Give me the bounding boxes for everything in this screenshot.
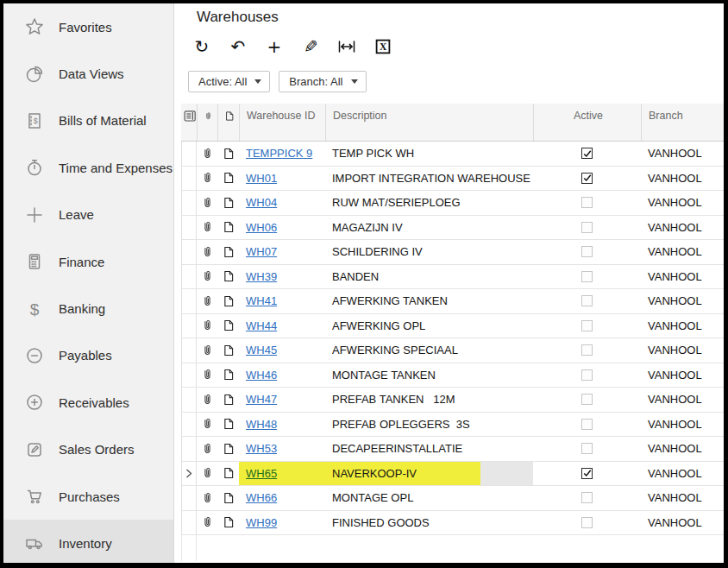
table-row[interactable]: WH53 DECAPEERINSTALLATIE VANHOOL: [181, 437, 724, 462]
attachment-cell[interactable]: [197, 191, 217, 215]
filter-active-dropdown[interactable]: Active: All: [188, 71, 270, 92]
attachment-cell[interactable]: [197, 338, 217, 363]
attachment-cell[interactable]: [197, 216, 217, 240]
warehouse-id-link[interactable]: WH01: [246, 172, 277, 185]
table-row[interactable]: WH39 BANDEN VANHOOL: [181, 265, 724, 290]
column-header-branch[interactable]: Branch: [641, 104, 724, 141]
table-row[interactable]: WH41 AFWERKING TANKEN VANHOOL: [181, 289, 724, 314]
note-cell[interactable]: [217, 216, 239, 240]
table-row[interactable]: WH66 MONTAGE OPL VANHOOL: [181, 486, 724, 511]
table-row[interactable]: WH45 AFWERKING SPECIAAL VANHOOL: [181, 338, 724, 363]
sidebar-item-bills-of-material[interactable]: $ Bills of Material: [3, 98, 173, 144]
active-checkbox[interactable]: [581, 344, 593, 356]
active-checkbox[interactable]: [581, 394, 593, 405]
active-checkbox[interactable]: [581, 419, 593, 430]
sidebar-item-receivables[interactable]: Receivables: [3, 379, 173, 426]
warehouse-id-link[interactable]: WH46: [246, 369, 277, 382]
note-cell[interactable]: [217, 363, 239, 388]
table-row[interactable]: WH01 IMPORT INTEGRATION WAREHOUSE VANHOO…: [181, 167, 724, 192]
warehouse-id-link[interactable]: WH06: [246, 221, 277, 234]
warehouse-id-link[interactable]: TEMPPICK 9: [246, 147, 312, 160]
sidebar-item-payables[interactable]: Payables: [3, 332, 173, 379]
table-row[interactable]: WH99 FINISHED GOODS VANHOOL: [181, 511, 724, 536]
note-cell[interactable]: [217, 289, 239, 313]
active-checkbox[interactable]: [581, 148, 593, 159]
note-cell[interactable]: [217, 511, 239, 535]
table-row[interactable]: WH46 MONTAGE TANKEN VANHOOL: [181, 363, 724, 388]
sidebar-item-data-views[interactable]: Data Views: [3, 50, 173, 97]
table-row[interactable]: WH48 PREFAB OPLEGGERS 3S VANHOOL: [181, 413, 724, 438]
table-row[interactable]: WH44 AFWERKING OPL VANHOOL: [181, 314, 724, 339]
sidebar-item-time-and-expenses[interactable]: Time and Expenses: [3, 144, 173, 191]
warehouse-id-link[interactable]: WH53: [246, 442, 277, 455]
add-button[interactable]: +: [262, 35, 286, 59]
row-selector-cell[interactable]: [181, 437, 197, 461]
attachment-cell[interactable]: [197, 240, 217, 264]
note-cell[interactable]: [217, 167, 239, 191]
paperclip-icon[interactable]: [197, 104, 217, 141]
table-row[interactable]: WH06 MAGAZIJN IV VANHOOL: [181, 216, 724, 241]
sidebar-item-finance[interactable]: Finance: [3, 238, 173, 285]
table-row[interactable]: WH47 PREFAB TANKEN 12M VANHOOL: [181, 388, 724, 413]
grid-settings-icon[interactable]: [181, 104, 197, 141]
note-cell[interactable]: [217, 142, 239, 166]
attachment-cell[interactable]: [197, 167, 217, 191]
table-row[interactable]: WH07 SCHILDERING IV VANHOOL: [181, 240, 724, 265]
row-selector-cell[interactable]: [181, 338, 197, 363]
active-checkbox[interactable]: [581, 197, 593, 208]
table-row[interactable]: TEMPPICK 9 TEMP PICK WH VANHOOL: [181, 142, 724, 167]
attachment-cell[interactable]: [197, 462, 217, 486]
row-selector-cell[interactable]: [181, 191, 197, 215]
warehouse-id-link[interactable]: WH47: [246, 393, 277, 406]
note-cell[interactable]: [217, 388, 239, 412]
note-cell[interactable]: [217, 338, 239, 363]
attachment-cell[interactable]: [197, 437, 217, 461]
active-checkbox[interactable]: [581, 492, 593, 503]
warehouse-id-link[interactable]: WH44: [246, 319, 277, 332]
note-cell[interactable]: [217, 314, 239, 338]
note-cell[interactable]: [217, 462, 239, 486]
row-selector-cell[interactable]: [181, 289, 197, 313]
undo-button[interactable]: ↶: [226, 35, 250, 59]
filter-branch-dropdown[interactable]: Branch: All: [279, 71, 366, 92]
active-checkbox[interactable]: [581, 173, 593, 184]
active-checkbox[interactable]: [581, 271, 593, 282]
row-selector-cell[interactable]: [181, 167, 197, 191]
attachment-cell[interactable]: [197, 363, 217, 388]
row-selector-cell[interactable]: [181, 413, 197, 437]
sidebar-item-sales-orders[interactable]: Sales Orders: [3, 426, 173, 473]
attachment-cell[interactable]: [197, 511, 217, 535]
row-selector-cell[interactable]: [181, 511, 197, 535]
active-checkbox[interactable]: [581, 222, 593, 233]
active-checkbox[interactable]: [581, 295, 593, 306]
active-checkbox[interactable]: [581, 369, 593, 381]
warehouse-id-link[interactable]: WH48: [246, 418, 277, 431]
warehouse-id-link[interactable]: WH07: [246, 245, 277, 258]
attachment-cell[interactable]: [197, 265, 217, 289]
note-cell[interactable]: [217, 413, 239, 437]
warehouse-id-link[interactable]: WH41: [246, 294, 277, 307]
attachment-cell[interactable]: [197, 388, 217, 412]
active-checkbox[interactable]: [581, 468, 593, 479]
warehouse-id-link[interactable]: WH45: [246, 344, 277, 357]
sidebar-item-favorites[interactable]: Favorites: [3, 3, 173, 50]
row-selector-cell[interactable]: [181, 486, 197, 510]
warehouse-id-link[interactable]: WH04: [246, 196, 277, 209]
active-checkbox[interactable]: [581, 320, 593, 331]
note-cell[interactable]: [217, 486, 239, 510]
table-row[interactable]: WH04 RUW MAT/SERIEPLOEG VANHOOL: [181, 191, 724, 216]
edit-pencil-button[interactable]: ✎: [298, 35, 323, 59]
column-header-description[interactable]: Description: [325, 104, 533, 141]
attachment-cell[interactable]: [197, 289, 217, 313]
attachment-cell[interactable]: [197, 486, 217, 510]
note-cell[interactable]: [217, 191, 239, 215]
note-cell[interactable]: [217, 437, 239, 461]
row-selector-cell[interactable]: [181, 388, 197, 412]
active-checkbox[interactable]: [581, 517, 593, 528]
row-selector-cell[interactable]: [181, 265, 197, 289]
row-selector-cell[interactable]: [181, 216, 197, 240]
column-header-warehouse-id[interactable]: Warehouse ID: [239, 104, 325, 141]
fit-columns-button[interactable]: [335, 35, 359, 59]
note-cell[interactable]: [217, 265, 239, 289]
attachment-cell[interactable]: [197, 413, 217, 437]
